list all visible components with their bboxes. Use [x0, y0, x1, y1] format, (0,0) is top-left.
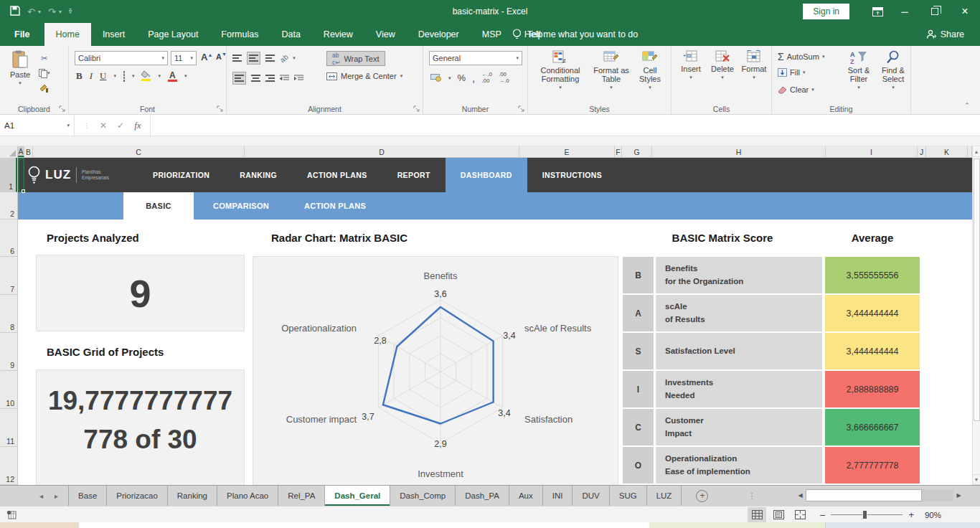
- row-header-12[interactable]: 12: [0, 447, 17, 485]
- column-header-A[interactable]: A: [18, 146, 24, 157]
- sheet-tab-duv[interactable]: DUV: [573, 486, 609, 506]
- row-header-9[interactable]: 9: [0, 333, 17, 371]
- column-header-C[interactable]: C: [33, 146, 245, 157]
- row-header-8[interactable]: 8: [0, 295, 17, 333]
- ribbon-tab-msp[interactable]: MSP: [471, 23, 513, 46]
- sheet-tab-priorizacao[interactable]: Priorizacao: [107, 486, 168, 506]
- fill-button[interactable]: Fill▾: [778, 68, 806, 77]
- hscroll-left-icon[interactable]: ◀: [795, 489, 806, 502]
- fill-color-icon[interactable]: [141, 71, 151, 81]
- align-left-icon[interactable]: [232, 72, 246, 85]
- font-dialog-launcher-icon[interactable]: [217, 105, 224, 113]
- font-size-combo[interactable]: 11▾: [171, 51, 197, 65]
- italic-icon[interactable]: I: [90, 70, 93, 82]
- sign-in-button[interactable]: Sign in: [803, 4, 849, 19]
- sheet-tab-dash_geral[interactable]: Dash_Geral: [325, 486, 390, 506]
- increase-indent-icon[interactable]: [294, 72, 303, 85]
- ribbon-tab-data[interactable]: Data: [270, 23, 311, 46]
- row-header-2[interactable]: 2: [0, 192, 17, 220]
- vertical-scrollbar[interactable]: ▲ ▼: [972, 146, 980, 485]
- zoom-out-icon[interactable]: −: [819, 509, 825, 521]
- ribbon-tab-formulas[interactable]: Formulas: [209, 23, 270, 46]
- column-header-E[interactable]: E: [519, 146, 615, 157]
- row-header-7[interactable]: 7: [0, 257, 17, 295]
- sheet-tab-aux[interactable]: Aux: [509, 486, 543, 506]
- ribbon-tab-view[interactable]: View: [364, 23, 407, 46]
- align-bottom-icon[interactable]: [265, 52, 275, 65]
- page-break-view-icon[interactable]: [791, 507, 809, 522]
- format-painter-icon[interactable]: [39, 82, 50, 95]
- ribbon-tab-insert[interactable]: Insert: [91, 23, 136, 46]
- sheet-tab-base[interactable]: Base: [68, 486, 107, 506]
- number-dialog-launcher-icon[interactable]: [518, 105, 525, 113]
- confirm-entry-icon[interactable]: ✓: [117, 121, 124, 131]
- tell-me-box[interactable]: Tell me what you want to do: [512, 23, 638, 46]
- increase-font-icon[interactable]: A▲: [201, 52, 212, 62]
- normal-view-icon[interactable]: [748, 507, 766, 522]
- sheet-tab-ini[interactable]: INI: [543, 486, 573, 506]
- scroll-up-icon[interactable]: ▲: [973, 146, 980, 157]
- paste-button[interactable]: Paste ▾: [4, 50, 36, 86]
- insert-cells-button[interactable]: Insert ▾: [676, 50, 706, 80]
- nav-item-priorization[interactable]: PRIORIZATION: [138, 158, 225, 192]
- tab-overflow-icon[interactable]: ⋮: [748, 491, 755, 501]
- wrap-text-button[interactable]: abc↵ Wrap Text: [326, 51, 385, 66]
- zoom-percentage[interactable]: 90%: [920, 511, 941, 519]
- align-top-icon[interactable]: [232, 52, 242, 65]
- number-format-combo[interactable]: General▾: [429, 51, 522, 65]
- decrease-indent-icon[interactable]: [280, 72, 289, 85]
- ribbon-tab-page-layout[interactable]: Page Layout: [136, 23, 209, 46]
- row-header-1[interactable]: 1: [0, 158, 17, 192]
- ribbon-tab-review[interactable]: Review: [312, 23, 364, 46]
- close-button[interactable]: ×: [950, 0, 980, 23]
- copy-icon[interactable]: ▾: [39, 67, 50, 80]
- sheet-tab-sug[interactable]: SUG: [610, 486, 647, 506]
- formula-input[interactable]: [151, 116, 980, 136]
- subnav-tab-action-plans[interactable]: ACTION PLANS: [298, 192, 372, 220]
- sheet-tab-dash_pa[interactable]: Dash_PA: [456, 486, 509, 506]
- column-header-F[interactable]: F: [615, 146, 622, 157]
- sheet-tab-ranking[interactable]: Ranking: [168, 486, 217, 506]
- subnav-tab-basic[interactable]: BASIC: [123, 192, 194, 220]
- customize-qat-icon[interactable]: ▿̄: [69, 8, 72, 15]
- autosum-button[interactable]: Σ AutoSum▾: [778, 51, 824, 62]
- sheet-tab-plano acao[interactable]: Plano Acao: [217, 486, 278, 506]
- hscroll-right-icon[interactable]: ▶: [953, 489, 964, 502]
- alignment-dialog-launcher-icon[interactable]: [413, 105, 420, 113]
- collapse-ribbon-icon[interactable]: ⌃: [964, 102, 970, 109]
- zoom-slider[interactable]: [831, 514, 903, 515]
- zoom-in-icon[interactable]: +: [908, 509, 914, 520]
- sheet-tab-luz[interactable]: LUZ: [647, 486, 682, 506]
- sheet-next-icon[interactable]: ▸: [55, 492, 58, 500]
- underline-icon[interactable]: U: [100, 70, 106, 82]
- percent-style-icon[interactable]: %: [458, 72, 466, 83]
- nav-item-report[interactable]: REPORT: [382, 158, 446, 192]
- new-sheet-button[interactable]: +: [696, 490, 708, 502]
- sheet-prev-icon[interactable]: ◂: [39, 492, 43, 500]
- column-header-G[interactable]: G: [622, 146, 652, 157]
- decrease-font-icon[interactable]: A▼: [216, 52, 227, 61]
- column-header-K[interactable]: K: [926, 146, 968, 157]
- nav-item-dashboard[interactable]: DASHBOARD: [446, 158, 527, 192]
- delete-cells-button[interactable]: Delete ▾: [707, 50, 738, 80]
- format-as-table-button[interactable]: Format as Table ▾: [591, 50, 631, 90]
- increase-decimal-icon[interactable]: ←.0.00: [481, 72, 492, 85]
- horizontal-scroll-thumb[interactable]: [806, 489, 922, 501]
- vertical-scroll-thumb[interactable]: [974, 159, 980, 421]
- ribbon-tab-home[interactable]: Home: [44, 23, 91, 46]
- name-box[interactable]: A1 ▾: [0, 116, 75, 136]
- sheet-tab-rel_pa[interactable]: Rel_PA: [278, 486, 325, 506]
- borders-icon[interactable]: [123, 72, 125, 80]
- page-layout-view-icon[interactable]: [769, 507, 788, 522]
- clipboard-dialog-launcher-icon[interactable]: [59, 105, 66, 113]
- nav-item-instructions[interactable]: INSTRUCTIONS: [527, 158, 618, 192]
- align-center-icon[interactable]: [251, 72, 260, 85]
- column-header-I[interactable]: I: [826, 146, 918, 157]
- comma-style-icon[interactable]: ,: [472, 72, 475, 84]
- nav-item-ranking[interactable]: RANKING: [225, 158, 292, 192]
- zoom-slider-knob[interactable]: [862, 510, 867, 519]
- subnav-tab-comparison[interactable]: COMPARISON: [205, 192, 277, 220]
- row-header-11[interactable]: 11: [0, 409, 17, 447]
- ribbon-tab-file[interactable]: File: [0, 23, 44, 46]
- horizontal-scrollbar[interactable]: ◀ ▶: [795, 489, 964, 502]
